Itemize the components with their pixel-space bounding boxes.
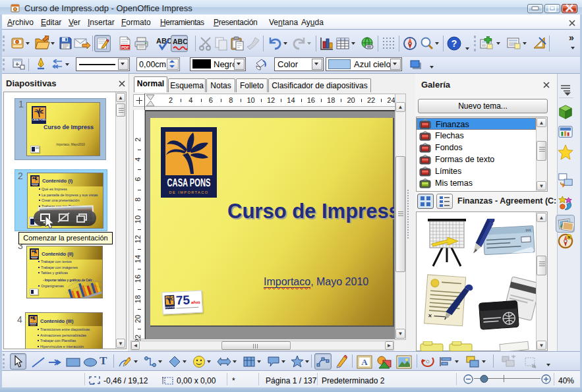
- svg-text:PDF: PDF: [121, 45, 129, 49]
- svg-text:?: ?: [451, 38, 457, 49]
- svg-text:101: 101: [525, 228, 531, 232]
- svg-text:ABC: ABC: [173, 38, 187, 45]
- svg-text:ABC: ABC: [156, 37, 172, 45]
- svg-text:DE IMPORTACO: DE IMPORTACO: [169, 190, 209, 194]
- svg-text:A: A: [361, 357, 368, 367]
- svg-text:CASA PONS: CASA PONS: [167, 177, 211, 189]
- svg-text:N: N: [568, 235, 571, 239]
